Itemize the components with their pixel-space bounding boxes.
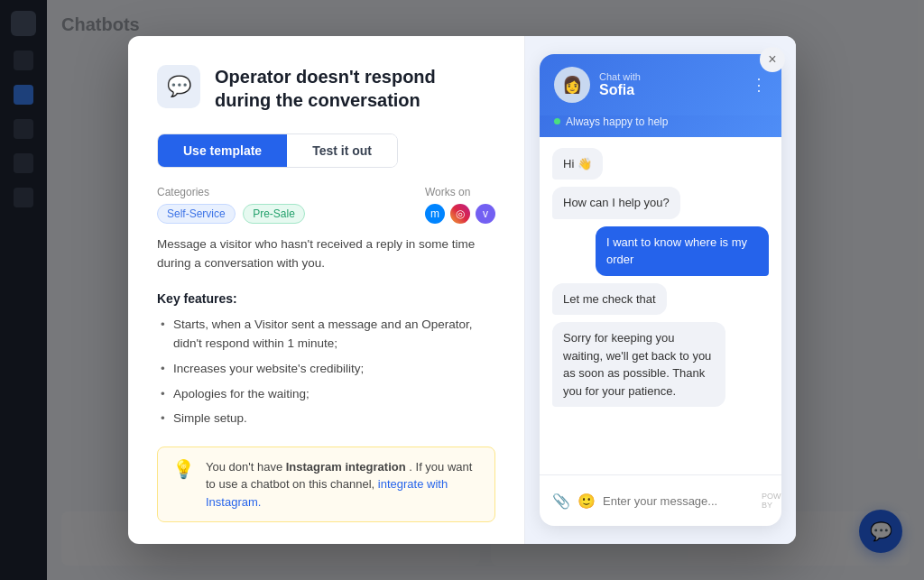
status-text: Always happy to help xyxy=(566,115,668,128)
modal-left-panel: 💬 Operator doesn't respond during the co… xyxy=(128,36,525,545)
chat-menu-dots[interactable]: ⋮ xyxy=(751,75,767,95)
message-check: Let me check that xyxy=(552,283,667,316)
feature-item: Apologies for the waiting; xyxy=(157,384,495,404)
platform-viber: v xyxy=(476,204,495,224)
works-on-section: Works on m ◎ v xyxy=(425,186,495,224)
chat-messages: Hi 👋 How can I help you? I want to know … xyxy=(540,137,781,475)
modal-right-panel: 👩 Chat with Sofia ⋮ Always happy to help… xyxy=(525,36,796,545)
modal-header: 💬 Operator doesn't respond during the co… xyxy=(157,65,495,112)
key-features-title: Key features: xyxy=(157,291,495,306)
agent-name: Sofia xyxy=(599,82,742,98)
notice-text-bold: Instagram integration xyxy=(286,460,406,474)
avatar: 👩 xyxy=(554,67,590,103)
attachment-icon[interactable]: 📎 xyxy=(552,493,570,510)
features-list: Starts, when a Visitor sent a message an… xyxy=(157,315,495,428)
chat-input[interactable] xyxy=(603,494,754,508)
tab-group: Use template Test it out xyxy=(157,133,398,168)
badge-self-service: Self-Service xyxy=(157,204,236,224)
categories-badges: Self-Service Pre-Sale xyxy=(157,204,309,224)
message-sorry: Sorry for keeping you waiting, we'll get… xyxy=(552,322,725,407)
categories-label: Categories xyxy=(157,186,309,198)
close-button[interactable]: × xyxy=(760,47,785,72)
description: Message a visitor who hasn't received a … xyxy=(157,235,495,273)
chatbot-icon: 💬 xyxy=(167,75,191,98)
chat-header-info: Chat with Sofia xyxy=(599,71,742,98)
chat-card: 👩 Chat with Sofia ⋮ Always happy to help… xyxy=(540,54,781,527)
platform-instagram: ◎ xyxy=(450,204,470,224)
chat-with-label: Chat with xyxy=(599,71,742,82)
categories-section: Categories Self-Service Pre-Sale xyxy=(157,186,309,224)
tab-test-it-out[interactable]: Test it out xyxy=(287,134,397,167)
works-on-label: Works on xyxy=(425,186,495,198)
powered-by: POWERED BY TIDIO xyxy=(762,492,781,510)
feature-item: Simple setup. xyxy=(157,409,495,428)
chat-status-bar: Always happy to help xyxy=(540,115,781,137)
chat-input-area: 📎 🙂 POWERED BY TIDIO ▶ xyxy=(540,474,781,526)
chat-input-icons: 📎 🙂 xyxy=(552,493,596,510)
chat-header: 👩 Chat with Sofia ⋮ xyxy=(540,54,781,115)
modal-icon: 💬 xyxy=(157,65,200,108)
platform-icons: m ◎ v xyxy=(425,204,495,224)
categories-row: Categories Self-Service Pre-Sale Works o… xyxy=(157,186,495,224)
message-hi: Hi 👋 xyxy=(552,148,603,180)
notice-text: You don't have Instagram integration . I… xyxy=(206,458,480,511)
status-dot xyxy=(554,118,560,124)
modal-overlay: × 💬 Operator doesn't respond during the … xyxy=(0,0,924,580)
notice-text-plain: You don't have xyxy=(206,460,286,474)
notice-icon: 💡 xyxy=(172,458,195,480)
powered-by-label: POWERED BY xyxy=(762,492,781,510)
instagram-notice: 💡 You don't have Instagram integration .… xyxy=(157,447,495,523)
modal-title: Operator doesn't respond during the conv… xyxy=(215,65,495,112)
message-order: I want to know where is my order xyxy=(596,226,769,276)
message-help: How can I help you? xyxy=(552,187,680,219)
feature-item: Starts, when a Visitor sent a message an… xyxy=(157,315,495,354)
modal: × 💬 Operator doesn't respond during the … xyxy=(128,36,796,545)
feature-item: Increases your website's credibility; xyxy=(157,359,495,379)
platform-messenger: m xyxy=(425,204,445,224)
badge-pre-sale: Pre-Sale xyxy=(243,204,305,224)
tab-use-template[interactable]: Use template xyxy=(158,134,287,167)
emoji-icon[interactable]: 🙂 xyxy=(578,493,596,510)
